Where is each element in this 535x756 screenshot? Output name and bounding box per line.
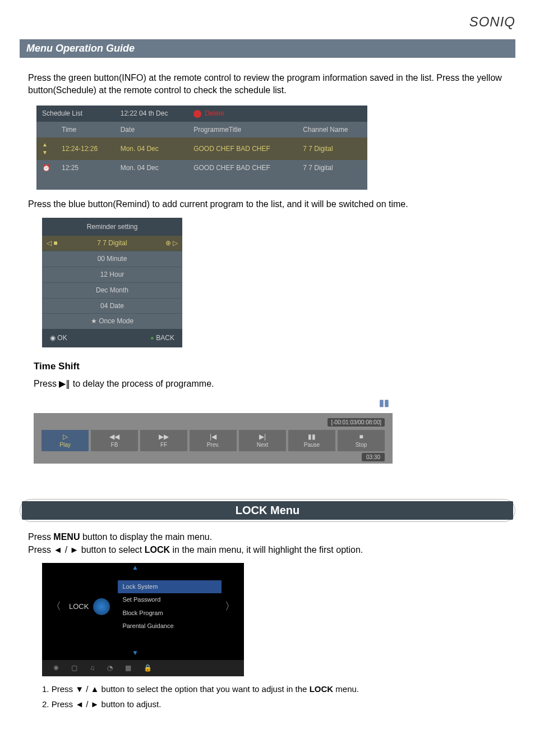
reminder-title: Reminder setting: [42, 218, 182, 236]
chevron-left-icon: 〈: [48, 599, 64, 613]
col-time: Time: [56, 122, 115, 138]
instruction-1: 1. Press ▼ / ▲ button to select the opti…: [42, 683, 493, 695]
lock-icon: 🔒: [144, 663, 152, 673]
lock-option[interactable]: Lock System: [118, 580, 222, 593]
stop-button[interactable]: ■Stop: [338, 430, 385, 452]
clock-icon: ◔: [107, 663, 113, 673]
intro-text-2: Press the blue button(Remind) to add cur…: [28, 198, 507, 210]
delete-label: Delete: [205, 109, 224, 117]
schedule-title: Schedule List: [36, 106, 115, 122]
col-chan: Channel Name: [297, 122, 367, 138]
menu-category-icons: ❀ ▢ ♫ ◔ ▦ 🔒: [42, 660, 244, 676]
ff-button[interactable]: ▶▶FF: [140, 430, 187, 452]
delete-dot-icon: [193, 110, 201, 118]
back-label: ● BACK: [150, 333, 174, 343]
up-arrow-icon: ▲: [42, 563, 244, 572]
elapsed-time: [-00:01:03/00:08:00]: [328, 418, 385, 427]
reminder-row: 04 Date: [42, 298, 182, 314]
pause-icon: ▮▮: [34, 397, 393, 409]
next-button[interactable]: ▶|Next: [239, 430, 286, 452]
reminder-row: 00 Minute: [42, 251, 182, 267]
reminder-row: Dec Month: [42, 282, 182, 298]
lock-option[interactable]: Block Program: [118, 607, 222, 620]
lock-intro-1: Press MENU button to display the main me…: [28, 531, 507, 543]
reminder-row: ★ Once Mode: [42, 313, 182, 329]
grid-icon: ▦: [125, 663, 131, 673]
col-prog: ProgrammeTitle: [188, 122, 297, 138]
gear-icon: ❀: [53, 663, 59, 673]
lock-section-label: LOCK Menu: [20, 499, 515, 522]
instruction-2: 2. Press ◄ / ► button to adjust.: [42, 698, 493, 710]
playback-controls: ▷Play ◀◀FB ▶▶FF |◀Prev. ▶|Next ▮▮Pause ■…: [41, 430, 385, 452]
col-date: Date: [115, 122, 188, 138]
bottom-time: 03:30: [362, 453, 385, 461]
lock-category-icon: [93, 598, 110, 615]
lock-option[interactable]: Parental Guidance: [118, 620, 222, 633]
prev-button[interactable]: |◀Prev.: [190, 430, 237, 452]
reminder-row: 12 Hour: [42, 267, 182, 282]
play-button[interactable]: ▷Play: [41, 430, 89, 452]
ok-label: ◉ OK: [50, 333, 67, 343]
timeshift-desc: Press ▶‖ to delay the process of program…: [34, 378, 507, 390]
lock-label: LOCK: [69, 602, 89, 612]
music-icon: ♫: [90, 663, 95, 673]
reminder-channel-row: ◁ ■ 7 7 Digital ⊕ ▷: [42, 236, 182, 251]
schedule-list-table: Schedule List 12:22 04 th Dec Delete Tim…: [36, 106, 367, 190]
timeshift-heading: Time Shift: [34, 360, 507, 373]
brand-logo: SONIQ: [469, 14, 515, 30]
pause-button[interactable]: ▮▮Pause: [288, 430, 335, 452]
header-title: Menu Operation Guide: [20, 39, 515, 58]
lock-intro-2: Press ◄ / ► button to select LOCK in the…: [28, 544, 507, 556]
chevron-right-icon: 〉: [222, 599, 238, 613]
fb-button[interactable]: ◀◀FB: [91, 430, 138, 452]
schedule-row: ⏰ 12:25 Mon. 04 Dec GOOD CHEF BAD CHEF 7…: [36, 160, 367, 176]
down-arrow-icon: ▼: [42, 638, 244, 660]
reminder-setting-panel: Reminder setting ◁ ■ 7 7 Digital ⊕ ▷ 00 …: [42, 218, 182, 347]
intro-text-1: Press the green button(INFO) at the remo…: [28, 72, 507, 97]
lock-option[interactable]: Set Password: [118, 593, 222, 606]
playback-bar: ▮▮ [-00:01:03/00:08:00] ▷Play ◀◀FB ▶▶FF …: [34, 397, 393, 464]
schedule-row: ▲▼ 12:24-12:26 Mon. 04 Dec GOOD CHEF BAD…: [36, 138, 367, 160]
monitor-icon: ▢: [71, 663, 77, 673]
schedule-datetime: 12:22 04 th Dec: [115, 106, 188, 122]
lock-menu-panel: ▲ 〈 LOCK Lock System Set Password Block …: [42, 563, 244, 676]
